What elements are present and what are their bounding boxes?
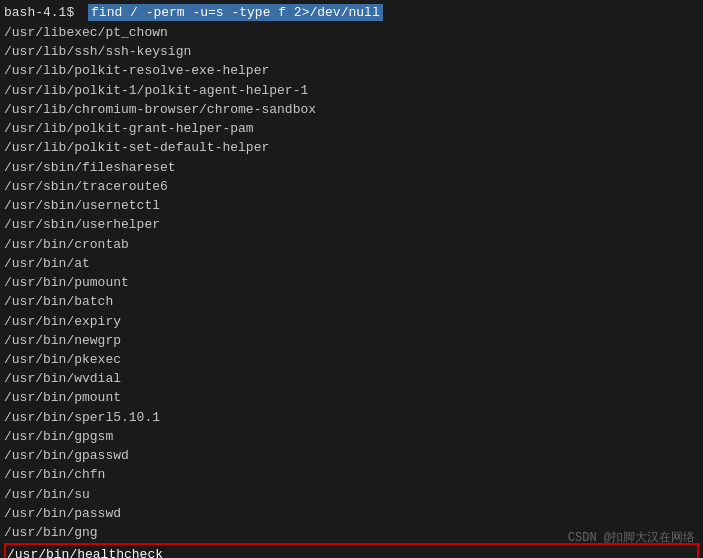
output-line: /usr/bin/wvdial: [4, 369, 699, 388]
output-line: /usr/bin/chfn: [4, 465, 699, 484]
output-line: /usr/bin/passwd: [4, 504, 699, 523]
output-line: /usr/bin/pmount: [4, 388, 699, 407]
output-line: /usr/libexec/pt_chown: [4, 23, 699, 42]
output-line: /usr/lib/polkit-grant-helper-pam: [4, 119, 699, 138]
output-line: /usr/sbin/fileshareset: [4, 158, 699, 177]
terminal-window: bash-4.1$ find / -perm -u=s -type f 2>/d…: [0, 0, 703, 558]
output-line: /usr/bin/at: [4, 254, 699, 273]
output-line: /usr/bin/newgrp: [4, 331, 699, 350]
output-line: /usr/sbin/userhelper: [4, 215, 699, 234]
output-line: /usr/bin/sperl5.10.1: [4, 408, 699, 427]
watermark: CSDN @扣脚大汉在网络: [568, 529, 695, 546]
output-line: /usr/bin/pumount: [4, 273, 699, 292]
output-line: /usr/lib/polkit-1/polkit-agent-helper-1: [4, 81, 699, 100]
output-line: /usr/bin/batch: [4, 292, 699, 311]
output-line: /usr/bin/crontab: [4, 235, 699, 254]
output-area: /usr/libexec/pt_chown/usr/lib/ssh/ssh-ke…: [0, 23, 703, 558]
output-line: /usr/bin/expiry: [4, 312, 699, 331]
output-line: /usr/sbin/usernetctl: [4, 196, 699, 215]
output-line: /usr/lib/ssh/ssh-keysign: [4, 42, 699, 61]
output-line: /usr/lib/polkit-resolve-exe-helper: [4, 61, 699, 80]
prompt-line: bash-4.1$ find / -perm -u=s -type f 2>/d…: [0, 0, 703, 23]
prompt-label: bash-4.1$: [4, 5, 74, 20]
output-line: /usr/lib/polkit-set-default-helper: [4, 138, 699, 157]
output-line: /usr/lib/chromium-browser/chrome-sandbox: [4, 100, 699, 119]
output-line: /usr/bin/gpgsm: [4, 427, 699, 446]
output-line: /usr/sbin/traceroute6: [4, 177, 699, 196]
output-line: /usr/bin/pkexec: [4, 350, 699, 369]
output-line: /usr/bin/su: [4, 485, 699, 504]
command-text: find / -perm -u=s -type f 2>/dev/null: [88, 4, 383, 21]
output-line: /usr/bin/gpasswd: [4, 446, 699, 465]
